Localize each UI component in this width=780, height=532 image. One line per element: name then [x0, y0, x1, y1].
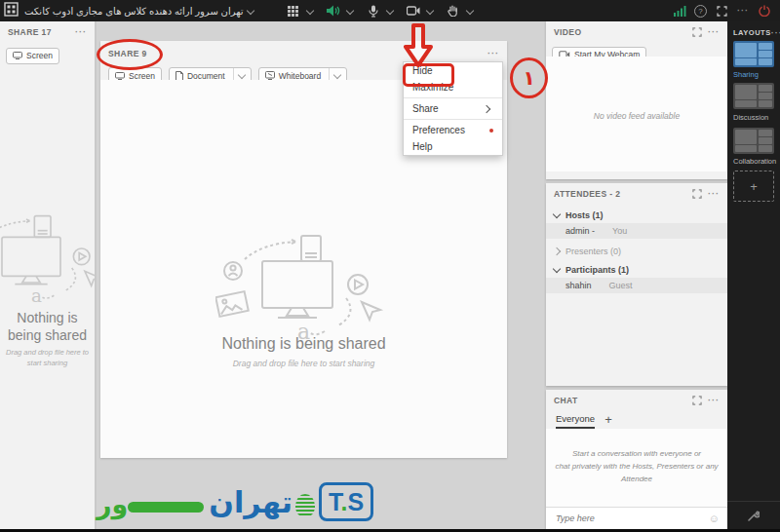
attendees-participants-header[interactable]: Participants (1) [546, 262, 727, 278]
layout-thumb-collaboration[interactable] [733, 128, 774, 154]
preferences-badge-icon [489, 129, 493, 133]
layouts-divider [727, 501, 780, 502]
microphone-icon[interactable] [365, 2, 382, 19]
layouts-title: LAYOUTS [733, 28, 771, 37]
video-pod: VIDEO ··· Start My Webcam No video feed … [546, 21, 727, 179]
watermark-server-text: ور [97, 489, 128, 520]
annotation-step-number: ۱ [523, 66, 534, 90]
chat-add-tab-button[interactable]: + [604, 412, 612, 427]
chat-empty-line1: Start a conversation with everyone or [546, 448, 727, 461]
layout-thumb-sharing[interactable] [733, 41, 774, 67]
share17-empty-hint: Drag and drop file here to start sharing [4, 348, 91, 368]
annotation-share9-ellipse [97, 39, 163, 70]
annotation-step-circle: ۱ [510, 57, 548, 98]
layout-label-collaboration[interactable]: Collaboration [733, 157, 776, 166]
document-icon [176, 71, 183, 81]
power-exit-icon[interactable] [756, 2, 773, 19]
speaker-chevron-icon[interactable] [345, 7, 353, 15]
watermark-tehran-text: تهران [209, 485, 292, 519]
menu-item-help[interactable]: Help [404, 138, 502, 155]
chat-tab-everyone[interactable]: Everyone [556, 413, 595, 429]
meeting-menu-chevron-icon[interactable] [246, 7, 254, 15]
pods-grid-icon[interactable] [285, 2, 302, 19]
chevron-down-icon [553, 210, 561, 218]
share-illustration: a [0, 214, 97, 316]
meeting-title: تهران سرور ارائه دهنده کلاس های مجازی اد… [24, 6, 244, 17]
share17-screen-button[interactable]: Screen [6, 48, 59, 64]
share9-empty-title: Nothing is being shared [100, 335, 507, 353]
chat-input-row: ☺ [546, 507, 727, 529]
watermark-kashida-bar [128, 502, 204, 513]
adobe-connect-window: تهران سرور ارائه دهنده کلاس های مجازی اد… [0, 0, 780, 532]
chat-expand-icon[interactable] [692, 396, 702, 405]
video-expand-icon[interactable] [692, 27, 702, 37]
attendees-hosts-header[interactable]: Hosts (1) [546, 208, 727, 223]
share9-empty-hint: Drag and drop file here to start sharing [100, 359, 507, 368]
share9-pod-menu-icon[interactable]: ··· [488, 50, 499, 57]
annotation-hide-box [403, 63, 454, 87]
attendees-presenters-header[interactable]: Presenters (0) [546, 244, 727, 259]
menu-separator [404, 119, 502, 120]
chevron-down-icon [553, 265, 561, 273]
chat-pod-menu-icon[interactable]: ··· [708, 397, 720, 404]
layouts-panel: LAYOUTS ··· Sharing Discussion Collabora… [727, 21, 780, 529]
attendee-row-shahin[interactable]: shahinGuest [546, 278, 727, 293]
whiteboard-icon [265, 71, 275, 80]
submenu-chevron-icon [483, 105, 490, 113]
screen-icon [115, 72, 125, 80]
video-title: VIDEO [554, 27, 581, 37]
help-icon[interactable]: ? [694, 5, 707, 18]
connection-status-icon[interactable] [671, 2, 688, 19]
video-empty-text: No video feed available [546, 111, 727, 121]
attendees-pod-menu-icon[interactable]: ··· [708, 190, 720, 198]
chat-input[interactable] [554, 513, 709, 524]
chat-messages-area: Start a conversation with everyone or ch… [546, 429, 727, 508]
topbar-more-icon[interactable]: ··· [737, 7, 749, 15]
chat-title: CHAT [554, 396, 578, 405]
top-menu-bar: تهران سرور ارائه دهنده کلاس های مجازی اد… [0, 0, 780, 21]
menu-separator [404, 97, 502, 98]
watermark-lamp-icon [295, 494, 315, 517]
chevron-right-icon [553, 247, 561, 255]
raise-hand-chevron-icon[interactable] [465, 7, 473, 15]
share17-title: SHARE 17 [8, 27, 52, 37]
add-layout-button[interactable]: + [733, 171, 774, 202]
emoticon-icon[interactable]: ☺ [709, 513, 720, 524]
share17-pod-menu-icon[interactable]: ··· [75, 28, 87, 36]
attendees-title: ATTENDEES - 2 [554, 189, 620, 199]
layout-label-discussion[interactable]: Discussion [733, 113, 768, 122]
layouts-menu-icon[interactable]: ··· [771, 29, 780, 37]
attendees-expand-icon[interactable] [692, 189, 702, 199]
menu-item-preferences[interactable]: Preferences [404, 122, 502, 138]
webcam-icon[interactable] [405, 2, 422, 19]
raise-hand-icon[interactable] [445, 2, 462, 19]
tehran-server-watermark: ور تهران T.S [97, 474, 373, 530]
video-pod-menu-icon[interactable]: ··· [708, 28, 720, 36]
layout-label-sharing[interactable]: Sharing [733, 70, 759, 79]
svg-text:a: a [31, 285, 42, 306]
attendee-row-admin[interactable]: admin -You [546, 223, 727, 239]
chat-empty-line2: chat privately with the Hosts, Presenter… [546, 461, 727, 486]
fullscreen-icon[interactable] [713, 2, 730, 19]
attendees-pod: ATTENDEES - 2 ··· Hosts (1) admin -You P… [546, 183, 727, 386]
webcam-chevron-icon[interactable] [425, 7, 433, 15]
pods-chevron-icon[interactable] [305, 7, 313, 15]
chat-pod: CHAT ··· Everyone + Start a conversation… [546, 390, 727, 529]
watermark-ts-badge: T.S [319, 482, 373, 521]
speaker-icon[interactable] [325, 2, 342, 19]
video-feed-area: No video feed available [546, 57, 727, 171]
screen-icon [13, 52, 22, 59]
menu-item-share[interactable]: Share [404, 100, 502, 117]
share17-empty-title: Nothing is being shared [0, 309, 95, 344]
microphone-chevron-icon[interactable] [385, 7, 393, 15]
layout-thumb-discussion[interactable] [733, 83, 774, 109]
share-pod-17: SHARE 17 ··· Screen a Noth [0, 21, 97, 529]
layout-options-wrench-icon[interactable] [747, 509, 760, 526]
adobe-connect-logo-icon[interactable] [4, 2, 19, 20]
